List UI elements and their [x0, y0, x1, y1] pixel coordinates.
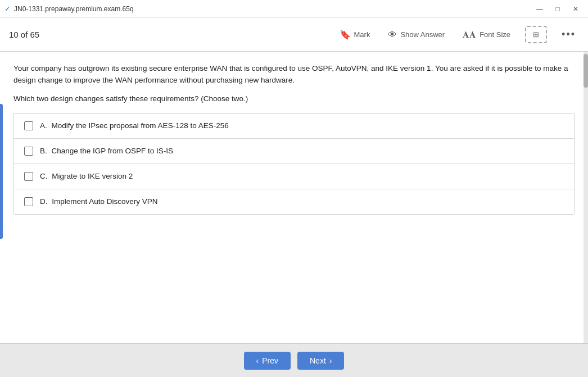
font-size-label: Font Size	[480, 30, 510, 39]
question-text: Your company has outgrown its existing s…	[13, 63, 575, 87]
toolbar: 10 of 65 🔖 Mark 👁 Show Answer 𝐀𝐀 Font Si…	[0, 18, 588, 52]
next-button[interactable]: Next ›	[297, 352, 344, 370]
next-arrow-icon: ›	[329, 356, 332, 365]
option-letter-c: C.	[40, 172, 48, 180]
option-text-b: Change the IGP from OSPF to IS-IS	[52, 147, 174, 155]
mark-label: Mark	[354, 30, 370, 39]
close-button[interactable]: ✕	[568, 3, 584, 15]
options-container: A. Modify the IPsec proposal from AES-12…	[13, 113, 575, 215]
next-label: Next	[310, 356, 326, 365]
option-text-c: Migrate to IKE version 2	[52, 172, 133, 180]
option-row-b[interactable]: B. Change the IGP from OSPF to IS-IS	[14, 139, 574, 164]
scrollbar-track[interactable]	[584, 52, 588, 343]
font-size-button[interactable]: 𝐀𝐀 Font Size	[459, 28, 514, 42]
prev-arrow-icon: ‹	[256, 356, 259, 365]
titlebar: ✓ JN0-1331.prepaway.premium.exam.65q — □…	[0, 0, 588, 18]
view-toggle-button[interactable]: ⊞	[525, 26, 547, 43]
show-answer-button[interactable]: 👁 Show Answer	[385, 28, 448, 42]
toolbar-actions: 🔖 Mark 👁 Show Answer 𝐀𝐀 Font Size ⊞ •••	[336, 26, 579, 43]
main-content: Your company has outgrown its existing s…	[0, 52, 588, 343]
prev-button[interactable]: ‹ Prev	[244, 352, 291, 370]
question-area: Your company has outgrown its existing s…	[0, 52, 588, 224]
bottom-nav: ‹ Prev Next ›	[0, 343, 588, 377]
font-icon: 𝐀𝐀	[463, 30, 476, 40]
prev-label: Prev	[262, 356, 278, 365]
question-counter: 10 of 65	[9, 30, 336, 39]
mark-button[interactable]: 🔖 Mark	[336, 27, 374, 42]
checkbox-d[interactable]	[24, 197, 33, 206]
scrollbar-thumb[interactable]	[584, 54, 588, 88]
view-icon: ⊞	[533, 30, 539, 39]
option-row-d[interactable]: D. Implement Auto Discovery VPN	[14, 189, 574, 214]
minimize-button[interactable]: —	[532, 3, 548, 15]
titlebar-controls: — □ ✕	[532, 3, 584, 15]
checkbox-c[interactable]	[24, 172, 33, 181]
window-title: JN0-1331.prepaway.premium.exam.65q	[14, 5, 134, 13]
option-label-c: C. Migrate to IKE version 2	[40, 172, 133, 180]
show-answer-label: Show Answer	[400, 30, 445, 39]
content-inner: Your company has outgrown its existing s…	[0, 52, 588, 343]
option-letter-a: A.	[40, 121, 47, 130]
option-letter-d: D.	[40, 197, 48, 206]
titlebar-left: ✓ JN0-1331.prepaway.premium.exam.65q	[4, 4, 134, 13]
question-instruction: Which two design changes satisfy these r…	[13, 94, 575, 103]
checkbox-a[interactable]	[24, 121, 33, 130]
bookmark-icon: 🔖	[340, 29, 351, 40]
blue-accent-bar	[0, 104, 3, 239]
option-text-d: Implement Auto Discovery VPN	[52, 197, 157, 206]
option-label-b: B. Change the IGP from OSPF to IS-IS	[40, 147, 173, 155]
check-icon: ✓	[4, 4, 11, 13]
option-row-a[interactable]: A. Modify the IPsec proposal from AES-12…	[14, 113, 574, 139]
option-row-c[interactable]: C. Migrate to IKE version 2	[14, 164, 574, 189]
option-label-a: A. Modify the IPsec proposal from AES-12…	[40, 121, 229, 130]
option-text-a: Modify the IPsec proposal from AES-128 t…	[52, 121, 229, 130]
checkbox-b[interactable]	[24, 147, 33, 156]
option-letter-b: B.	[40, 147, 47, 155]
maximize-button[interactable]: □	[550, 3, 566, 15]
option-label-d: D. Implement Auto Discovery VPN	[40, 197, 158, 206]
eye-icon: 👁	[388, 30, 397, 40]
more-button[interactable]: •••	[558, 26, 579, 43]
